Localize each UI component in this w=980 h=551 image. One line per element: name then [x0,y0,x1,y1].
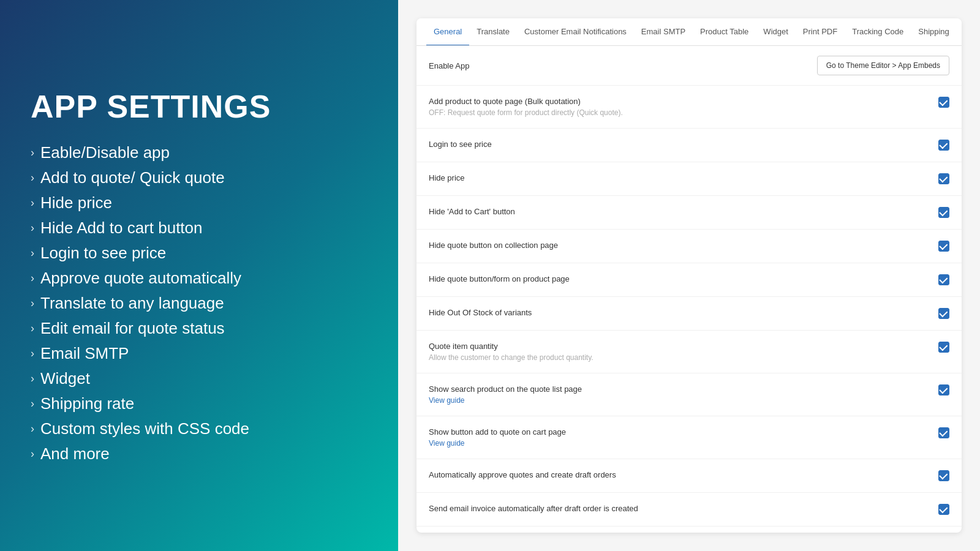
setting-label: Hide quote button on collection page [429,241,926,250]
setting-label-group: Hide Out Of Stock of variants [429,308,938,317]
left-panel: APP SETTINGS ›Eable/Disable app›Add to q… [0,0,398,551]
feature-label: Approve quote automatically [40,269,241,288]
setting-label: Automatically approve quotes and create … [429,470,926,479]
tab-email-smtp[interactable]: Email SMTP [634,18,693,46]
feature-item: ›Translate to any language [31,294,368,313]
feature-item: ›Shipping rate [31,394,368,413]
settings-card: GeneralTranslateCustomer Email Notificat… [417,18,962,533]
app-title: APP SETTINGS [31,88,368,125]
feature-label: Custom styles with CSS code [40,419,249,438]
chevron-icon: › [31,372,34,385]
chevron-icon: › [31,297,34,310]
setting-desc: Allow the customer to change the product… [429,353,926,362]
setting-label-group: Hide price [429,173,938,182]
theme-editor-button[interactable]: Go to Theme Editor > App Embeds [817,56,949,75]
checkbox-checked[interactable] [938,140,949,151]
setting-label: Quote item quantity [429,342,926,351]
tab-print-pdf[interactable]: Print PDF [796,18,845,46]
tabs-bar: GeneralTranslateCustomer Email Notificat… [417,18,962,46]
setting-row: Quote item quantityAllow the customer to… [417,331,962,373]
checkbox-checked[interactable] [938,342,949,353]
setting-label: Show button add to quote on cart page [429,427,926,437]
feature-item: ›Hide price [31,193,368,212]
chevron-icon: › [31,448,34,460]
setting-control [938,97,949,108]
setting-label-group: Automatically approve quotes and create … [429,470,938,479]
setting-row: Send email invoice automatically after d… [417,493,962,527]
setting-label-group: Hide 'Add to Cart' button [429,207,938,216]
setting-label-group: Hide quote button on collection page [429,241,938,250]
enable-app-row: Enable App Go to Theme Editor > App Embe… [417,46,962,86]
setting-label-group: Add product to quote page (Bulk quotatio… [429,97,938,117]
checkbox-checked[interactable] [938,241,949,252]
feature-list: ›Eable/Disable app›Add to quote/ Quick q… [31,143,368,463]
feature-item: ›Widget [31,369,368,388]
setting-control [938,207,949,218]
chevron-icon: › [31,197,34,209]
tab-general[interactable]: General [426,18,469,46]
setting-label: Show search product on the quote list pa… [429,384,926,394]
feature-item: ›Edit email for quote status [31,319,368,338]
setting-link[interactable]: View guide [429,439,926,448]
tab-custom-styles[interactable]: Custom Styles [957,18,962,46]
feature-item: ›Custom styles with CSS code [31,419,368,438]
tab-customer-email-notifications[interactable]: Customer Email Notifications [517,18,634,46]
chevron-icon: › [31,347,34,360]
setting-control [938,470,949,481]
checkbox-checked[interactable] [938,427,949,438]
setting-control [938,504,949,515]
feature-label: Add to quote/ Quick quote [40,168,225,187]
checkbox-checked[interactable] [938,173,949,184]
feature-item: ›Hide Add to cart button [31,219,368,238]
setting-row: Hide 'Add to Cart' button [417,196,962,230]
feature-item: ›Email SMTP [31,344,368,363]
checkbox-checked[interactable] [938,470,949,481]
setting-row: Show search product on the quote list pa… [417,373,962,416]
setting-label-group: Send email invoice automatically after d… [429,504,938,513]
setting-label: Send email invoice automatically after d… [429,504,926,513]
setting-label: Hide price [429,173,926,182]
feature-label: Eable/Disable app [40,143,170,162]
setting-label-group: Hide quote button/form on product page [429,274,938,283]
tab-product-table[interactable]: Product Table [693,18,756,46]
feature-label: Translate to any language [40,294,224,313]
setting-control [938,342,949,353]
checkbox-checked[interactable] [938,207,949,218]
setting-row: Hide quote button on collection page [417,230,962,263]
settings-content[interactable]: Enable App Go to Theme Editor > App Embe… [417,46,962,533]
feature-item: ›Login to see price [31,244,368,263]
feature-label: Widget [40,369,90,388]
tab-shipping[interactable]: Shipping [911,18,957,46]
feature-label: And more [40,444,110,463]
setting-label: Hide Out Of Stock of variants [429,308,926,317]
tab-widget[interactable]: Widget [756,18,795,46]
feature-item: ›And more [31,444,368,463]
setting-row: Automatically approve quotes and create … [417,459,962,493]
setting-control [938,427,949,438]
feature-item: ›Approve quote automatically [31,269,368,288]
setting-label: Hide 'Add to Cart' button [429,207,926,216]
tab-translate[interactable]: Translate [469,18,517,46]
checkbox-checked[interactable] [938,504,949,515]
feature-label: Login to see price [40,244,166,263]
setting-desc: OFF: Request quote form for product dire… [429,108,926,117]
checkbox-checked[interactable] [938,384,949,395]
chevron-icon: › [31,171,34,184]
setting-control [938,173,949,184]
chevron-icon: › [31,422,34,435]
checkbox-checked[interactable] [938,97,949,108]
setting-row: Hide Out Of Stock of variants [417,297,962,331]
setting-row: Add product to quote page (Bulk quotatio… [417,86,962,129]
setting-label-group: Login to see price [429,140,938,149]
tab-tracking-code[interactable]: Tracking Code [845,18,911,46]
setting-label-group: Show search product on the quote list pa… [429,384,938,405]
setting-row: Login to see price [417,129,962,162]
feature-label: Email SMTP [40,344,129,363]
feature-label: Hide Add to cart button [40,219,203,238]
setting-link[interactable]: View guide [429,396,926,405]
setting-control [938,140,949,151]
checkbox-checked[interactable] [938,308,949,319]
checkbox-checked[interactable] [938,274,949,285]
setting-control [938,241,949,252]
setting-label: Add product to quote page (Bulk quotatio… [429,97,926,106]
